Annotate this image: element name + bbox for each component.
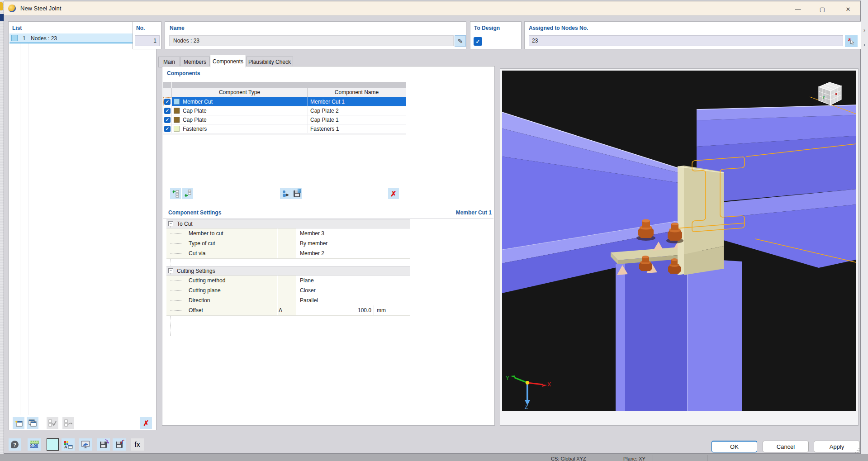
components-table: Component Type Component Name ✓ Member C… xyxy=(163,82,406,134)
add-component-above-button[interactable] xyxy=(170,188,181,199)
row-name-cell[interactable]: Fasteners 1 xyxy=(308,124,406,133)
collapse-to-cut[interactable]: − xyxy=(168,221,173,226)
component-color-swatch xyxy=(174,126,180,132)
apply-button[interactable]: Apply xyxy=(814,441,860,452)
setting-value-cell[interactable]: By member xyxy=(297,238,410,248)
row-check-cell[interactable]: ✓ xyxy=(163,97,172,106)
svg-text:A: A xyxy=(64,445,67,449)
setting-value-cell[interactable]: 100.0 xyxy=(297,305,373,315)
check-all-icon xyxy=(48,419,57,427)
title-bar[interactable]: New Steel Joint — ▢ ✕ xyxy=(4,1,860,15)
import-component-button[interactable] xyxy=(280,188,291,199)
collapse-cutting-settings[interactable]: − xyxy=(168,268,173,273)
row-type-cell[interactable]: Cap Plate xyxy=(172,106,308,115)
no-panel: No. 1 xyxy=(133,21,161,49)
setting-value: Member 3 xyxy=(300,230,324,237)
setting-symbol-cell xyxy=(278,285,296,295)
tree-stub xyxy=(171,243,181,244)
select-nodes-button[interactable]: ✗ xyxy=(845,35,858,47)
table-row-fasteners[interactable]: ✓ Fasteners Fasteners 1 xyxy=(163,124,406,133)
delete-component-button[interactable]: ✗ xyxy=(388,188,399,199)
display-color-swatch-button[interactable] xyxy=(47,438,59,451)
table-grip-strip[interactable] xyxy=(163,82,172,88)
viewport-panel: -y X Y Z ▾ X xyxy=(500,68,859,426)
maximize-icon: ▢ xyxy=(820,6,825,13)
setting-label-cell: Cutting plane xyxy=(166,285,277,295)
ok-button[interactable]: OK xyxy=(711,441,757,452)
setting-label-cell: Type of cut xyxy=(166,238,277,248)
save-defaults-button[interactable] xyxy=(97,438,110,451)
cube-face-label: -y xyxy=(821,95,825,99)
minimize-button[interactable]: — xyxy=(787,2,808,16)
row-name-cell[interactable]: Cap Plate 1 xyxy=(308,115,406,124)
svg-text:✦: ✦ xyxy=(14,419,18,424)
axis-x-label: X xyxy=(547,381,551,388)
table-grip-strip[interactable] xyxy=(172,82,406,88)
setting-symbol-cell xyxy=(278,295,296,305)
fx-icon: fx xyxy=(134,441,140,449)
copy-joint-button[interactable] xyxy=(27,417,38,429)
joint-3d-render[interactable]: -y X Y Z xyxy=(502,71,856,411)
close-button[interactable]: ✕ xyxy=(838,2,859,16)
edit-name-button[interactable]: ✎ xyxy=(455,35,466,47)
setting-label: Type of cut xyxy=(189,240,215,247)
row-check-cell[interactable]: ✓ xyxy=(163,124,172,133)
display-properties-button[interactable]: A xyxy=(62,438,75,451)
tab-components[interactable]: Components xyxy=(210,55,246,67)
setting-value-cell[interactable]: Closer xyxy=(297,285,410,295)
check-icon: ✓ xyxy=(166,100,169,104)
delete-joint-button[interactable]: ✗ xyxy=(140,417,152,429)
setting-value-cell[interactable]: Parallel xyxy=(297,295,410,305)
status-separator xyxy=(707,455,707,461)
save-as-template-button[interactable] xyxy=(113,438,126,451)
cancel-button[interactable]: Cancel xyxy=(763,441,809,452)
row-type-cell[interactable]: Cap Plate xyxy=(172,115,308,124)
help-button[interactable]: ? xyxy=(9,438,21,451)
no-label: No. xyxy=(136,25,145,31)
table-row-member-cut[interactable]: ✓ Member Cut Member Cut 1 xyxy=(163,97,406,106)
column-component-name[interactable]: Component Name xyxy=(308,89,406,95)
new-joint-button[interactable]: ✦ xyxy=(13,417,24,429)
delete-icon: ✗ xyxy=(390,190,396,198)
row-checkbox[interactable]: ✓ xyxy=(164,108,171,114)
setting-value-cell[interactable]: Member 3 xyxy=(297,228,410,238)
setting-label: Member to cut xyxy=(189,230,223,237)
table-row-cap-plate-1[interactable]: ✓ Cap Plate Cap Plate 1 xyxy=(163,115,406,124)
tab-components-label: Components xyxy=(213,58,243,65)
group-to-cut-label: To Cut xyxy=(177,221,193,227)
component-name: Cap Plate 2 xyxy=(310,108,339,114)
pick-nodes-cursor-icon: ✗ xyxy=(847,37,855,45)
row-type-cell[interactable]: Fasteners xyxy=(172,124,308,133)
component-name: Cap Plate 1 xyxy=(310,117,339,123)
setting-value-cell[interactable]: Member 2 xyxy=(297,248,410,258)
component-color-swatch xyxy=(174,99,180,105)
table-row-cap-plate-2[interactable]: ✓ Cap Plate Cap Plate 2 xyxy=(163,106,406,115)
column-component-type[interactable]: Component Type xyxy=(172,89,307,95)
row-name-cell[interactable]: Member Cut 1 xyxy=(308,97,406,106)
units-label: 0,00 xyxy=(30,444,38,448)
setting-value-cell[interactable]: Plane xyxy=(297,276,410,285)
to-design-checkbox[interactable]: ✓ xyxy=(474,37,482,46)
insert-row-below-icon xyxy=(184,190,192,198)
units-settings-button[interactable]: 0,00 xyxy=(28,438,41,451)
row-checkbox[interactable]: ✓ xyxy=(164,99,171,105)
row-check-cell[interactable]: ✓ xyxy=(163,115,172,124)
import-component-icon xyxy=(281,190,289,198)
axis-y-label: Y xyxy=(506,375,509,381)
display-properties-icon: A xyxy=(64,441,73,449)
monitor-display-button[interactable] xyxy=(79,438,92,451)
add-component-below-button[interactable] xyxy=(182,188,193,199)
maximize-button[interactable]: ▢ xyxy=(812,2,833,16)
row-name-cell[interactable]: Cap Plate 2 xyxy=(308,106,406,115)
save-component-button[interactable] xyxy=(291,188,302,199)
resize-grip[interactable] xyxy=(854,448,860,453)
assigned-nodes-field[interactable]: 23 xyxy=(529,35,843,46)
row-type-cell[interactable]: Member Cut xyxy=(172,97,308,106)
row-check-cell[interactable]: ✓ xyxy=(163,106,172,115)
row-checkbox[interactable]: ✓ xyxy=(164,126,171,132)
name-field[interactable]: Nodes : 23 xyxy=(169,35,454,46)
setting-unit-cell[interactable]: mm xyxy=(374,305,410,315)
list-item-swatch xyxy=(11,35,18,41)
row-checkbox[interactable]: ✓ xyxy=(164,117,171,123)
setting-value: Closer xyxy=(300,287,316,294)
